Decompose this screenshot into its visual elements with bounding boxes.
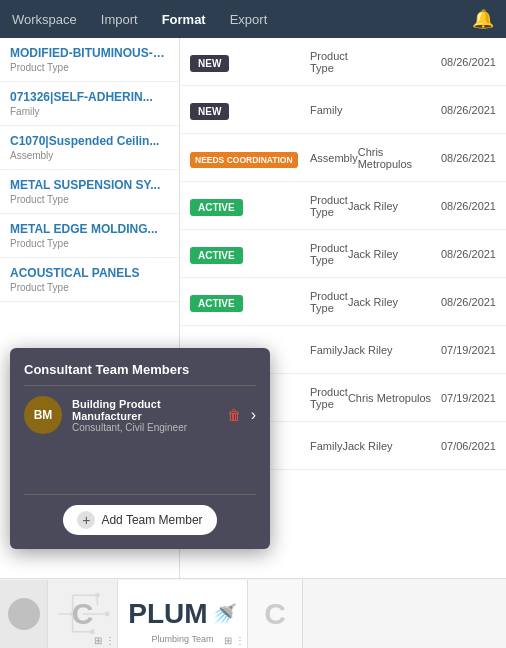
list-item[interactable]: 071326|SELF-ADHERIN... Family — [0, 82, 179, 126]
type-cell: Family — [310, 104, 342, 116]
consultant-row: BM Building Product Manufacturer Consult… — [24, 396, 256, 434]
person-cell: Jack Riley — [348, 200, 435, 212]
status-badge: ACTIVE — [190, 247, 243, 264]
consultant-info: Building Product Manufacturer Consultant… — [72, 398, 217, 433]
consultant-role: Consultant, Civil Engineer — [72, 422, 217, 433]
table-row[interactable]: NEEDS COORDINATION Assembly Chris Metrop… — [180, 134, 506, 182]
nav-format[interactable]: Format — [162, 12, 206, 27]
item-sub: Product Type — [10, 62, 169, 73]
table-row[interactable]: NEW Family 08/26/2021 — [180, 86, 506, 134]
person-cell: Chris Metropulos — [348, 392, 435, 404]
notification-bell-icon[interactable]: 🔔 — [472, 8, 494, 30]
item-title: C1070|Suspended Ceilin... — [10, 134, 169, 148]
bottom-tile-plumbing[interactable]: PLUM 🚿 Plumbing Team ⊞ ⋮ — [118, 580, 248, 648]
table-row[interactable]: ACTIVE Product Type Jack Riley 08/26/202… — [180, 182, 506, 230]
svg-point-10 — [105, 611, 110, 616]
nav-workspace[interactable]: Workspace — [12, 12, 77, 27]
table-row[interactable]: ACTIVE Product Type Jack Riley 08/26/202… — [180, 230, 506, 278]
item-title: MODIFIED-BITUMINOUS-RO... — [10, 46, 169, 60]
plus-icon: + — [77, 511, 95, 529]
list-item[interactable]: METAL SUSPENSION SY... Product Type — [0, 170, 179, 214]
type-cell: Family — [310, 440, 342, 452]
main-layout: MODIFIED-BITUMINOUS-RO... Product Type 0… — [0, 38, 506, 648]
type-cell: Family — [310, 344, 342, 356]
item-title: METAL EDGE MOLDING... — [10, 222, 169, 236]
chevron-right-icon[interactable]: › — [251, 406, 256, 424]
person-cell: Jack Riley — [348, 248, 435, 260]
status-badge: ACTIVE — [190, 199, 243, 216]
item-sub: Family — [10, 106, 169, 117]
type-cell: Product Type — [310, 50, 348, 74]
nav-export[interactable]: Export — [230, 12, 268, 27]
consultant-popup: Consultant Team Members BM Building Prod… — [10, 348, 270, 549]
date-cell: 08/26/2021 — [435, 200, 496, 212]
right-panel: NEW Product Type 08/26/2021 NEW Family 0… — [180, 38, 506, 648]
type-cell: Assembly — [310, 152, 358, 164]
item-sub: Assembly — [10, 150, 169, 161]
type-cell: Product Type — [310, 194, 348, 218]
add-member-label: Add Team Member — [101, 513, 202, 527]
date-cell: 07/06/2021 — [433, 440, 496, 452]
table-row[interactable]: NEW Product Type 08/26/2021 — [180, 38, 506, 86]
item-title: ACOUSTICAL PANELS — [10, 266, 169, 280]
faucet-icon: 🚿 — [212, 602, 237, 626]
person-cell: Jack Riley — [342, 344, 432, 356]
status-badge: ACTIVE — [190, 295, 243, 312]
left-panel: MODIFIED-BITUMINOUS-RO... Product Type 0… — [0, 38, 180, 648]
date-cell: 08/26/2021 — [433, 104, 496, 116]
person-cell: Jack Riley — [342, 440, 432, 452]
item-sub: Product Type — [10, 238, 169, 249]
type-cell: Product Type — [310, 242, 348, 266]
date-cell: 08/26/2021 — [435, 248, 496, 260]
add-team-member-button[interactable]: + Add Team Member — [63, 505, 216, 535]
item-sub: Product Type — [10, 282, 169, 293]
last-tile-letter: C — [264, 597, 286, 631]
bottom-tile-person[interactable] — [0, 580, 48, 648]
top-nav: Workspace Import Format Export 🔔 — [0, 0, 506, 38]
date-cell: 07/19/2021 — [435, 392, 496, 404]
person-cell: Chris Metropulos — [358, 146, 439, 170]
type-cell: Product Type — [310, 386, 348, 410]
table-row[interactable]: ACTIVE Product Type Jack Riley 08/26/202… — [180, 278, 506, 326]
item-sub: Product Type — [10, 194, 169, 205]
bottom-tile-circuit[interactable]: C ⊞ ⋮ — [48, 580, 118, 648]
date-cell: 08/26/2021 — [435, 56, 496, 68]
consultant-title: Consultant Team Members — [24, 362, 256, 386]
bottom-tile-last[interactable]: C — [248, 580, 303, 648]
tile-icon[interactable]: ⊞ — [224, 635, 232, 646]
consultant-footer: + Add Team Member — [24, 494, 256, 535]
status-badge: NEW — [190, 103, 229, 120]
status-badge: NEEDS COORDINATION — [190, 152, 298, 168]
tile-icon[interactable]: ⋮ — [105, 635, 115, 646]
nav-import[interactable]: Import — [101, 12, 138, 27]
circuit-letter: C — [72, 597, 94, 631]
avatar: BM — [24, 396, 62, 434]
date-cell: 08/26/2021 — [435, 296, 496, 308]
item-title: METAL SUSPENSION SY... — [10, 178, 169, 192]
item-title: 071326|SELF-ADHERIN... — [10, 90, 169, 104]
delete-icon[interactable]: 🗑 — [227, 407, 241, 423]
person-avatar — [8, 598, 40, 630]
person-cell: Jack Riley — [348, 296, 435, 308]
date-cell: 07/19/2021 — [433, 344, 496, 356]
list-item[interactable]: METAL EDGE MOLDING... Product Type — [0, 214, 179, 258]
list-item[interactable]: C1070|Suspended Ceilin... Assembly — [0, 126, 179, 170]
tile-icon[interactable]: ⋮ — [235, 635, 245, 646]
bottom-row: C ⊞ ⋮ PLUM 🚿 Plumbing Team ⊞ ⋮ C — [0, 578, 506, 648]
tile-icon[interactable]: ⊞ — [94, 635, 102, 646]
list-item[interactable]: MODIFIED-BITUMINOUS-RO... Product Type — [0, 38, 179, 82]
type-cell: Product Type — [310, 290, 348, 314]
consultant-name: Building Product Manufacturer — [72, 398, 217, 422]
plum-text: PLUM — [128, 600, 207, 628]
date-cell: 08/26/2021 — [439, 152, 496, 164]
status-badge: NEW — [190, 55, 229, 72]
plumbing-label: Plumbing Team — [152, 634, 214, 644]
list-item[interactable]: ACOUSTICAL PANELS Product Type — [0, 258, 179, 302]
